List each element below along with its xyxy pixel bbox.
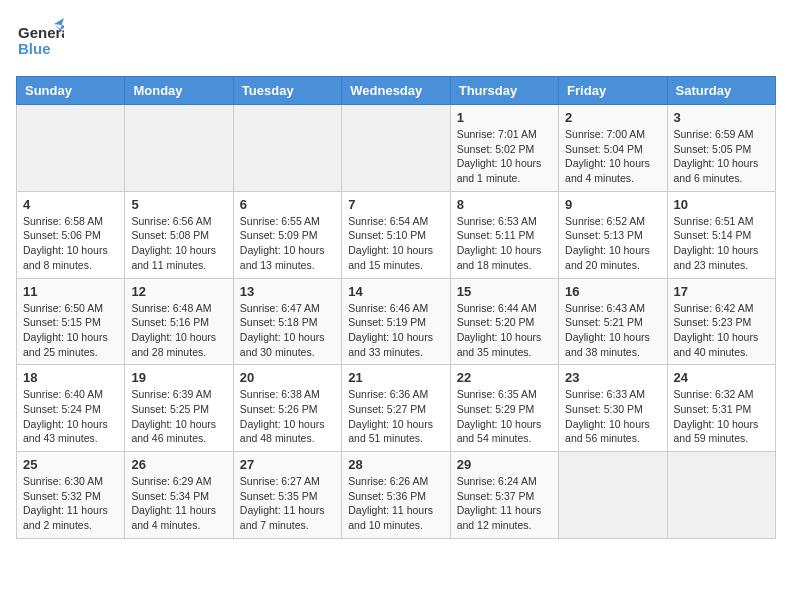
- calendar-week-1: 1Sunrise: 7:01 AMSunset: 5:02 PMDaylight…: [17, 105, 776, 192]
- svg-text:Blue: Blue: [18, 40, 51, 57]
- calendar-cell: 20Sunrise: 6:38 AMSunset: 5:26 PMDayligh…: [233, 365, 341, 452]
- calendar-cell: 27Sunrise: 6:27 AMSunset: 5:35 PMDayligh…: [233, 452, 341, 539]
- day-number: 14: [348, 284, 443, 299]
- day-info: Sunrise: 6:58 AMSunset: 5:06 PMDaylight:…: [23, 214, 118, 273]
- day-info: Sunrise: 6:46 AMSunset: 5:19 PMDaylight:…: [348, 301, 443, 360]
- day-number: 5: [131, 197, 226, 212]
- calendar-week-4: 18Sunrise: 6:40 AMSunset: 5:24 PMDayligh…: [17, 365, 776, 452]
- day-number: 18: [23, 370, 118, 385]
- day-info: Sunrise: 6:35 AMSunset: 5:29 PMDaylight:…: [457, 387, 552, 446]
- day-info: Sunrise: 7:00 AMSunset: 5:04 PMDaylight:…: [565, 127, 660, 186]
- calendar-cell: [233, 105, 341, 192]
- calendar-cell: [17, 105, 125, 192]
- day-info: Sunrise: 7:01 AMSunset: 5:02 PMDaylight:…: [457, 127, 552, 186]
- day-info: Sunrise: 6:29 AMSunset: 5:34 PMDaylight:…: [131, 474, 226, 533]
- weekday-header-tuesday: Tuesday: [233, 77, 341, 105]
- day-info: Sunrise: 6:56 AMSunset: 5:08 PMDaylight:…: [131, 214, 226, 273]
- day-number: 8: [457, 197, 552, 212]
- calendar-cell: [559, 452, 667, 539]
- day-info: Sunrise: 6:50 AMSunset: 5:15 PMDaylight:…: [23, 301, 118, 360]
- day-number: 2: [565, 110, 660, 125]
- day-info: Sunrise: 6:40 AMSunset: 5:24 PMDaylight:…: [23, 387, 118, 446]
- calendar-week-3: 11Sunrise: 6:50 AMSunset: 5:15 PMDayligh…: [17, 278, 776, 365]
- day-number: 16: [565, 284, 660, 299]
- day-number: 9: [565, 197, 660, 212]
- day-info: Sunrise: 6:33 AMSunset: 5:30 PMDaylight:…: [565, 387, 660, 446]
- logo: General Blue: [16, 16, 64, 68]
- day-info: Sunrise: 6:43 AMSunset: 5:21 PMDaylight:…: [565, 301, 660, 360]
- day-number: 15: [457, 284, 552, 299]
- day-number: 24: [674, 370, 769, 385]
- calendar-cell: 28Sunrise: 6:26 AMSunset: 5:36 PMDayligh…: [342, 452, 450, 539]
- day-number: 11: [23, 284, 118, 299]
- day-info: Sunrise: 6:42 AMSunset: 5:23 PMDaylight:…: [674, 301, 769, 360]
- day-info: Sunrise: 6:27 AMSunset: 5:35 PMDaylight:…: [240, 474, 335, 533]
- calendar-week-2: 4Sunrise: 6:58 AMSunset: 5:06 PMDaylight…: [17, 191, 776, 278]
- weekday-header-wednesday: Wednesday: [342, 77, 450, 105]
- day-info: Sunrise: 6:59 AMSunset: 5:05 PMDaylight:…: [674, 127, 769, 186]
- day-number: 19: [131, 370, 226, 385]
- day-number: 28: [348, 457, 443, 472]
- calendar-cell: 22Sunrise: 6:35 AMSunset: 5:29 PMDayligh…: [450, 365, 558, 452]
- weekday-header-monday: Monday: [125, 77, 233, 105]
- calendar-cell: 4Sunrise: 6:58 AMSunset: 5:06 PMDaylight…: [17, 191, 125, 278]
- calendar-cell: 8Sunrise: 6:53 AMSunset: 5:11 PMDaylight…: [450, 191, 558, 278]
- calendar-cell: 10Sunrise: 6:51 AMSunset: 5:14 PMDayligh…: [667, 191, 775, 278]
- day-info: Sunrise: 6:36 AMSunset: 5:27 PMDaylight:…: [348, 387, 443, 446]
- calendar-cell: [667, 452, 775, 539]
- calendar-cell: 7Sunrise: 6:54 AMSunset: 5:10 PMDaylight…: [342, 191, 450, 278]
- calendar-cell: 1Sunrise: 7:01 AMSunset: 5:02 PMDaylight…: [450, 105, 558, 192]
- day-info: Sunrise: 6:38 AMSunset: 5:26 PMDaylight:…: [240, 387, 335, 446]
- calendar-table: SundayMondayTuesdayWednesdayThursdayFrid…: [16, 76, 776, 539]
- calendar-cell: 29Sunrise: 6:24 AMSunset: 5:37 PMDayligh…: [450, 452, 558, 539]
- day-number: 13: [240, 284, 335, 299]
- day-number: 26: [131, 457, 226, 472]
- day-info: Sunrise: 6:24 AMSunset: 5:37 PMDaylight:…: [457, 474, 552, 533]
- calendar-cell: 9Sunrise: 6:52 AMSunset: 5:13 PMDaylight…: [559, 191, 667, 278]
- weekday-header-saturday: Saturday: [667, 77, 775, 105]
- weekday-header-row: SundayMondayTuesdayWednesdayThursdayFrid…: [17, 77, 776, 105]
- calendar-cell: 19Sunrise: 6:39 AMSunset: 5:25 PMDayligh…: [125, 365, 233, 452]
- day-info: Sunrise: 6:54 AMSunset: 5:10 PMDaylight:…: [348, 214, 443, 273]
- day-info: Sunrise: 6:53 AMSunset: 5:11 PMDaylight:…: [457, 214, 552, 273]
- weekday-header-friday: Friday: [559, 77, 667, 105]
- day-info: Sunrise: 6:32 AMSunset: 5:31 PMDaylight:…: [674, 387, 769, 446]
- day-number: 17: [674, 284, 769, 299]
- weekday-header-thursday: Thursday: [450, 77, 558, 105]
- day-info: Sunrise: 6:44 AMSunset: 5:20 PMDaylight:…: [457, 301, 552, 360]
- calendar-cell: 25Sunrise: 6:30 AMSunset: 5:32 PMDayligh…: [17, 452, 125, 539]
- day-info: Sunrise: 6:47 AMSunset: 5:18 PMDaylight:…: [240, 301, 335, 360]
- day-number: 20: [240, 370, 335, 385]
- day-info: Sunrise: 6:51 AMSunset: 5:14 PMDaylight:…: [674, 214, 769, 273]
- calendar-cell: 24Sunrise: 6:32 AMSunset: 5:31 PMDayligh…: [667, 365, 775, 452]
- day-number: 25: [23, 457, 118, 472]
- calendar-week-5: 25Sunrise: 6:30 AMSunset: 5:32 PMDayligh…: [17, 452, 776, 539]
- day-info: Sunrise: 6:55 AMSunset: 5:09 PMDaylight:…: [240, 214, 335, 273]
- day-number: 10: [674, 197, 769, 212]
- weekday-header-sunday: Sunday: [17, 77, 125, 105]
- day-info: Sunrise: 6:30 AMSunset: 5:32 PMDaylight:…: [23, 474, 118, 533]
- calendar-cell: 21Sunrise: 6:36 AMSunset: 5:27 PMDayligh…: [342, 365, 450, 452]
- day-number: 23: [565, 370, 660, 385]
- calendar-cell: 18Sunrise: 6:40 AMSunset: 5:24 PMDayligh…: [17, 365, 125, 452]
- calendar-cell: 2Sunrise: 7:00 AMSunset: 5:04 PMDaylight…: [559, 105, 667, 192]
- calendar-cell: 6Sunrise: 6:55 AMSunset: 5:09 PMDaylight…: [233, 191, 341, 278]
- calendar-cell: 26Sunrise: 6:29 AMSunset: 5:34 PMDayligh…: [125, 452, 233, 539]
- calendar-cell: 14Sunrise: 6:46 AMSunset: 5:19 PMDayligh…: [342, 278, 450, 365]
- calendar-cell: 13Sunrise: 6:47 AMSunset: 5:18 PMDayligh…: [233, 278, 341, 365]
- calendar-cell: 23Sunrise: 6:33 AMSunset: 5:30 PMDayligh…: [559, 365, 667, 452]
- day-number: 6: [240, 197, 335, 212]
- day-number: 7: [348, 197, 443, 212]
- day-number: 21: [348, 370, 443, 385]
- page-header: General Blue: [16, 16, 776, 68]
- day-number: 3: [674, 110, 769, 125]
- day-number: 12: [131, 284, 226, 299]
- calendar-cell: 11Sunrise: 6:50 AMSunset: 5:15 PMDayligh…: [17, 278, 125, 365]
- calendar-cell: [342, 105, 450, 192]
- day-info: Sunrise: 6:39 AMSunset: 5:25 PMDaylight:…: [131, 387, 226, 446]
- calendar-cell: 5Sunrise: 6:56 AMSunset: 5:08 PMDaylight…: [125, 191, 233, 278]
- day-number: 22: [457, 370, 552, 385]
- day-info: Sunrise: 6:48 AMSunset: 5:16 PMDaylight:…: [131, 301, 226, 360]
- calendar-cell: [125, 105, 233, 192]
- day-number: 29: [457, 457, 552, 472]
